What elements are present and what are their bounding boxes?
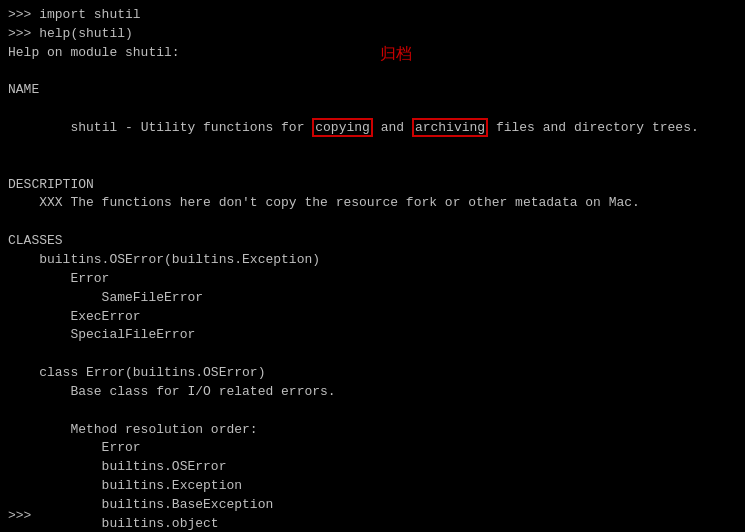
- bottom-prompt[interactable]: >>>: [8, 507, 31, 526]
- cmd-line-2: >>> help(shutil): [8, 25, 737, 44]
- class-execerror: ExecError: [8, 308, 737, 327]
- class-samefileerror: SameFileError: [8, 289, 737, 308]
- cmd-line-1: >>> import shutil: [8, 6, 737, 25]
- description-content: XXX The functions here don't copy the re…: [8, 194, 737, 213]
- class-error-description: Base class for I/O related errors.: [8, 383, 737, 402]
- annotation-label: 归档: [380, 44, 412, 65]
- class-specialfileerror: SpecialFileError: [8, 326, 737, 345]
- copying-highlight: copying: [312, 118, 373, 137]
- description-header: DESCRIPTION: [8, 176, 737, 195]
- name-middle: and: [373, 120, 412, 135]
- terminal: 归档 >>> import shutil >>> help(shutil) He…: [0, 0, 745, 532]
- name-content-pre: shutil - Utility functions for: [39, 120, 312, 135]
- archiving-highlight: archiving: [412, 118, 488, 137]
- mro-oserror: builtins.OSError: [8, 458, 737, 477]
- class-oserror: builtins.OSError(builtins.Exception): [8, 251, 737, 270]
- blank-4: [8, 345, 737, 364]
- class-error: Error: [8, 270, 737, 289]
- mro-label: Method resolution order:: [8, 421, 737, 440]
- blank-2: [8, 157, 737, 176]
- class-error-def: class Error(builtins.OSError): [8, 364, 737, 383]
- name-content-post: files and directory trees.: [488, 120, 699, 135]
- mro-object: builtins.object: [8, 515, 737, 532]
- blank-3: [8, 213, 737, 232]
- name-header: NAME: [8, 81, 737, 100]
- name-content-line: shutil - Utility functions for copying a…: [8, 100, 737, 157]
- help-module-line: Help on module shutil:: [8, 44, 737, 63]
- mro-error: Error: [8, 439, 737, 458]
- blank-5: [8, 402, 737, 421]
- blank-1: [8, 63, 737, 82]
- mro-exception: builtins.Exception: [8, 477, 737, 496]
- mro-baseexception: builtins.BaseException: [8, 496, 737, 515]
- classes-header: CLASSES: [8, 232, 737, 251]
